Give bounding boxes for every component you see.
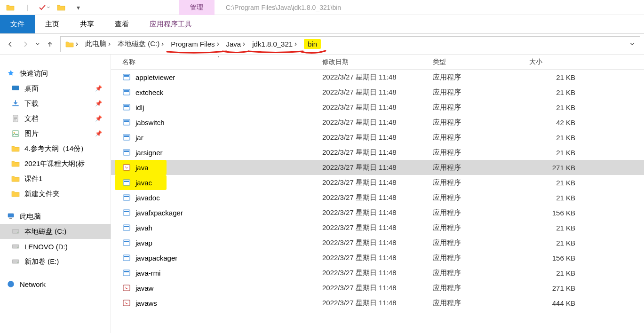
sidebar-network[interactable]: Network <box>0 277 111 292</box>
file-name: extcheck <box>135 88 163 96</box>
file-name: jabswitch <box>135 119 165 127</box>
file-type: 应用程序 <box>429 284 525 293</box>
navigation-pane: 快速访问 桌面📌 下载📌 文档📌 图片📌 4.参考大纲（14份） 2021年课程… <box>0 55 111 333</box>
file-type-icon <box>122 284 131 292</box>
file-type-icon <box>122 73 131 81</box>
nav-recent-button[interactable] <box>34 38 41 51</box>
file-name: java-rmi <box>135 269 160 277</box>
qat-divider: | <box>21 1 34 14</box>
file-row[interactable]: extcheck2022/3/27 星期日 11:48应用程序21 KB <box>111 85 644 100</box>
file-date: 2022/3/27 星期日 11:48 <box>318 193 429 202</box>
file-size: 21 KB <box>525 134 587 142</box>
column-header-type[interactable]: 类型 <box>429 58 525 66</box>
column-header-date[interactable]: 修改日期 <box>318 58 429 66</box>
breadcrumb-program-files[interactable]: Program Files <box>168 37 223 52</box>
file-date: 2022/3/27 星期日 11:48 <box>318 178 429 187</box>
file-row[interactable]: java2022/3/27 星期日 11:48应用程序271 KB <box>111 160 644 175</box>
file-type-icon <box>122 88 131 96</box>
ribbon-tab-app-tools[interactable]: 应用程序工具 <box>139 15 202 33</box>
file-size: 444 KB <box>525 299 587 307</box>
pin-icon: 📌 <box>95 85 102 92</box>
file-name: java <box>135 164 149 172</box>
file-row[interactable]: idlj2022/3/27 星期日 11:48应用程序21 KB <box>111 100 644 115</box>
file-date: 2022/3/27 星期日 11:48 <box>318 254 429 262</box>
file-type-icon <box>122 223 131 232</box>
breadcrumb-local-disk[interactable]: 本地磁盘 (C:) <box>115 37 168 52</box>
file-row[interactable]: javafxpackager2022/3/27 星期日 11:48应用程序156… <box>111 205 644 220</box>
breadcrumb-jdk[interactable]: jdk1.8.0_321 <box>249 37 301 52</box>
sidebar-quick-access[interactable]: 快速访问 <box>0 66 111 81</box>
file-name: jarsigner <box>135 149 163 157</box>
ribbon-tab-view[interactable]: 查看 <box>104 15 139 33</box>
file-type: 应用程序 <box>429 103 525 112</box>
file-name: javadoc <box>135 194 160 202</box>
file-row[interactable]: jabswitch2022/3/27 星期日 11:48应用程序42 KB <box>111 115 644 130</box>
file-row[interactable]: javah2022/3/27 星期日 11:48应用程序21 KB <box>111 220 644 235</box>
file-name: javafxpackager <box>135 209 183 217</box>
file-date: 2022/3/27 星期日 11:48 <box>318 88 429 97</box>
file-size: 21 KB <box>525 239 587 247</box>
ribbon-tab-home[interactable]: 主页 <box>35 15 70 33</box>
qat-properties-icon[interactable] <box>38 1 51 14</box>
file-type-icon <box>122 193 131 202</box>
window-title-path: C:\Program Files\Java\jdk1.8.0_321\bin <box>215 4 341 11</box>
sidebar-item-documents[interactable]: 文档📌 <box>0 111 111 126</box>
file-row[interactable]: javapackager2022/3/27 星期日 11:48应用程序156 K… <box>111 250 644 265</box>
nav-back-button[interactable] <box>4 38 17 51</box>
file-list[interactable]: appletviewer2022/3/27 星期日 11:48应用程序21 KB… <box>111 70 644 333</box>
file-row[interactable]: java-rmi2022/3/27 星期日 11:48应用程序21 KB <box>111 265 644 280</box>
ribbon-tab-file[interactable]: 文件 <box>0 15 35 33</box>
nav-up-button[interactable] <box>43 38 56 51</box>
qat-customize-icon[interactable]: ▾ <box>72 1 85 14</box>
nav-forward-button[interactable] <box>19 38 32 51</box>
file-date: 2022/3/27 星期日 11:48 <box>318 73 429 82</box>
sidebar-item-lenovo-d[interactable]: LENOVO (D:) <box>0 239 111 254</box>
address-bar[interactable]: 此电脑 本地磁盘 (C:) Program Files Java jdk1.8.… <box>60 36 640 52</box>
sidebar-this-pc[interactable]: 此电脑 <box>0 209 111 224</box>
title-bar: | ▾ 管理 C:\Program Files\Java\jdk1.8.0_32… <box>0 0 644 15</box>
pin-icon: 📌 <box>95 100 102 107</box>
sidebar-item-downloads[interactable]: 下载📌 <box>0 96 111 111</box>
address-bar-dropdown[interactable] <box>627 37 638 52</box>
file-type-icon <box>122 254 131 262</box>
file-row[interactable]: javap2022/3/27 星期日 11:48应用程序21 KB <box>111 235 644 250</box>
column-header-name[interactable]: 名称˄ <box>119 58 318 66</box>
file-type-icon <box>122 178 131 187</box>
sidebar-item-new-vol-e[interactable]: 新加卷 (E:) <box>0 254 111 269</box>
breadcrumb-this-pc[interactable]: 此电脑 <box>82 37 115 52</box>
file-size: 156 KB <box>525 209 587 217</box>
file-row[interactable]: appletviewer2022/3/27 星期日 11:48应用程序21 KB <box>111 70 644 85</box>
sidebar-item-desktop[interactable]: 桌面📌 <box>0 81 111 96</box>
breadcrumb-root-icon[interactable] <box>63 37 82 52</box>
file-type: 应用程序 <box>429 299 525 308</box>
sidebar-item-folder-new[interactable]: 新建文件夹 <box>0 186 111 201</box>
sidebar-item-folder-ref[interactable]: 4.参考大纲（14份） <box>0 141 111 156</box>
ribbon-tab-share[interactable]: 共享 <box>70 15 104 33</box>
column-header-size[interactable]: 大小 <box>525 58 587 66</box>
sidebar-item-local-disk-c[interactable]: 本地磁盘 (C:) <box>0 224 111 239</box>
qat-open-icon[interactable] <box>55 1 68 14</box>
context-tab-manage[interactable]: 管理 <box>179 0 215 15</box>
sidebar-item-folder-2021[interactable]: 2021年课程大纲(标 <box>0 156 111 171</box>
file-row[interactable]: jarsigner2022/3/27 星期日 11:48应用程序21 KB <box>111 145 644 160</box>
breadcrumb-bin[interactable]: bin <box>301 37 324 52</box>
file-row[interactable]: javac2022/3/27 星期日 11:48应用程序21 KB <box>111 175 644 190</box>
breadcrumb-java[interactable]: Java <box>223 37 250 52</box>
file-date: 2022/3/27 星期日 11:48 <box>318 238 429 247</box>
file-type: 应用程序 <box>429 178 525 187</box>
file-row[interactable]: javadoc2022/3/27 星期日 11:48应用程序21 KB <box>111 190 644 205</box>
file-row[interactable]: jar2022/3/27 星期日 11:48应用程序21 KB <box>111 130 644 145</box>
file-row[interactable]: javaws2022/3/27 星期日 11:48应用程序444 KB <box>111 295 644 310</box>
file-type: 应用程序 <box>429 73 525 82</box>
sidebar-item-folder-kj[interactable]: 课件1 <box>0 171 111 186</box>
file-size: 21 KB <box>525 88 587 96</box>
file-row[interactable]: javaw2022/3/27 星期日 11:48应用程序271 KB <box>111 280 644 295</box>
file-date: 2022/3/27 星期日 11:48 <box>318 103 429 112</box>
file-type: 应用程序 <box>429 223 525 232</box>
sidebar-item-pictures[interactable]: 图片📌 <box>0 126 111 141</box>
file-size: 21 KB <box>525 194 587 202</box>
file-size: 21 KB <box>525 149 587 157</box>
file-name: javaws <box>135 299 157 307</box>
file-type-icon <box>122 103 131 111</box>
pin-icon: 📌 <box>95 115 102 122</box>
